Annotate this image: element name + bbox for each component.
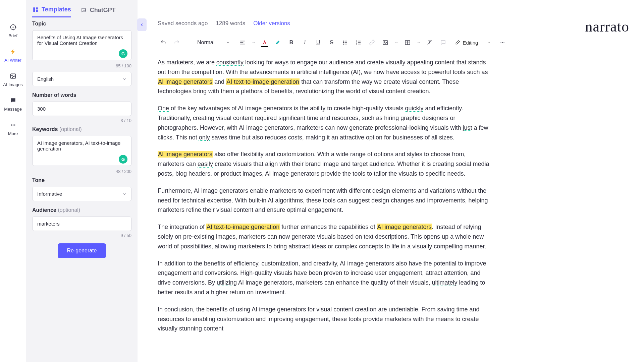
sidebar: Templates ChatGPT Topic Benefits of Usin… [26,0,138,362]
rail-ai-images[interactable]: AI Images [0,67,26,92]
collapse-sidebar[interactable] [137,18,147,31]
numwords-counter: 3 / 10 [32,118,131,123]
doc-para-2: One of the key advantages of AI image ge… [158,104,493,142]
svg-point-20 [343,42,344,43]
rail-ai-images-label: AI Images [3,82,23,87]
bullet-list-button[interactable] [339,37,351,48]
svg-point-1 [13,27,13,27]
audience-input[interactable] [32,217,131,231]
language-select[interactable]: English [32,72,131,86]
highlight-button[interactable] [272,37,284,48]
numwords-label: Number of words [32,92,131,98]
editor-toolbar: Normal B I U S 123 Editing [158,37,631,48]
sidebar-tabs: Templates ChatGPT [32,6,131,17]
table-button[interactable] [402,37,413,48]
svg-point-36 [501,42,501,43]
rail-ai-writer[interactable]: AI Writer [0,43,26,67]
narrato-logo: narrato [585,18,629,35]
svg-text:3: 3 [356,43,357,45]
numwords-input[interactable] [32,102,131,116]
align-chevron[interactable] [250,37,257,48]
block-format-select[interactable]: Normal [192,37,235,48]
rail-more[interactable]: More [0,116,26,141]
editing-mode-select[interactable]: Editing [451,37,495,48]
italic-button[interactable]: I [299,37,311,48]
tab-chatgpt-label: ChatGPT [90,7,116,14]
svg-point-7 [11,75,12,76]
tone-select[interactable]: Informative [32,187,131,201]
word-count: 1289 words [216,20,245,27]
doc-para-3: AI image generators also offer flexibili… [158,149,493,178]
left-rail: Brief AI Writer AI Images Message More [0,0,26,362]
grammarly-icon[interactable]: G [119,49,127,58]
svg-point-31 [384,42,385,43]
comment-button[interactable] [437,37,449,48]
grammarly-icon[interactable]: G [119,155,127,164]
svg-rect-11 [33,7,35,12]
saved-status: Saved seconds ago [158,20,208,27]
rail-message-label: Message [4,107,22,112]
svg-point-9 [12,124,13,125]
tone-label: Tone [32,177,131,183]
rail-more-label: More [8,131,18,136]
clear-format-button[interactable] [424,37,435,48]
more-toolbar-button[interactable] [497,37,508,48]
tab-chatgpt[interactable]: ChatGPT [80,6,116,17]
regenerate-button[interactable]: Re-generate [58,243,106,258]
older-versions-link[interactable]: Older versions [253,20,290,27]
editor-area: narrato Saved seconds ago 1289 words Old… [138,0,644,362]
tab-templates[interactable]: Templates [32,6,71,17]
svg-point-38 [504,42,504,43]
doc-para-6: In addition to the benefits of efficienc… [158,259,493,297]
rail-brief[interactable]: Brief [0,18,26,43]
rail-brief-label: Brief [8,33,17,38]
link-button[interactable] [366,37,378,48]
redo-button[interactable] [171,37,182,48]
chatgpt-icon [80,7,87,13]
keywords-input[interactable]: AI image generators, AI text-to-image ge… [32,136,131,166]
doc-para-1: As marketers, we are constantly looking … [158,58,493,96]
svg-point-37 [502,42,503,43]
svg-rect-13 [36,10,38,12]
topic-label: Topic [32,21,131,27]
dots-icon [9,121,17,129]
font-color-button[interactable] [259,37,270,48]
strike-button[interactable]: S [326,37,337,48]
doc-para-5: The integration of AI text-to-image gene… [158,222,493,251]
rail-message[interactable]: Message [0,92,26,116]
document-body[interactable]: As marketers, we are constantly looking … [158,58,493,334]
svg-point-22 [343,44,344,45]
svg-point-18 [343,41,344,42]
numbered-list-button[interactable]: 123 [353,37,364,48]
audience-label: Audience (optional) [32,207,131,213]
topic-input[interactable]: Benefits of Using AI Image Generators fo… [32,30,131,60]
bold-button[interactable]: B [286,37,297,48]
svg-point-10 [14,124,15,125]
bolt-icon [9,48,17,56]
svg-point-8 [11,124,12,125]
audience-counter: 9 / 50 [32,233,131,238]
image-icon [9,72,17,80]
rail-ai-writer-label: AI Writer [4,58,21,63]
align-button[interactable] [237,37,248,48]
image-chevron[interactable] [393,37,400,48]
svg-rect-12 [36,7,38,9]
keywords-counter: 48 / 200 [32,169,131,174]
chat-icon [9,97,17,105]
image-button[interactable] [380,37,391,48]
tab-templates-label: Templates [42,6,71,13]
topic-counter: 65 / 100 [32,63,131,68]
keywords-label: Keywords (optional) [32,126,131,132]
underline-button[interactable]: U [313,37,324,48]
table-chevron[interactable] [415,37,422,48]
undo-button[interactable] [158,37,169,48]
templates-icon [32,6,39,13]
target-icon [9,23,17,31]
editor-topinfo: Saved seconds ago 1289 words Older versi… [158,20,631,27]
doc-para-7: In conclusion, the benefits of using AI … [158,305,493,334]
doc-para-4: Furthermore, AI image generators enable … [158,186,493,215]
